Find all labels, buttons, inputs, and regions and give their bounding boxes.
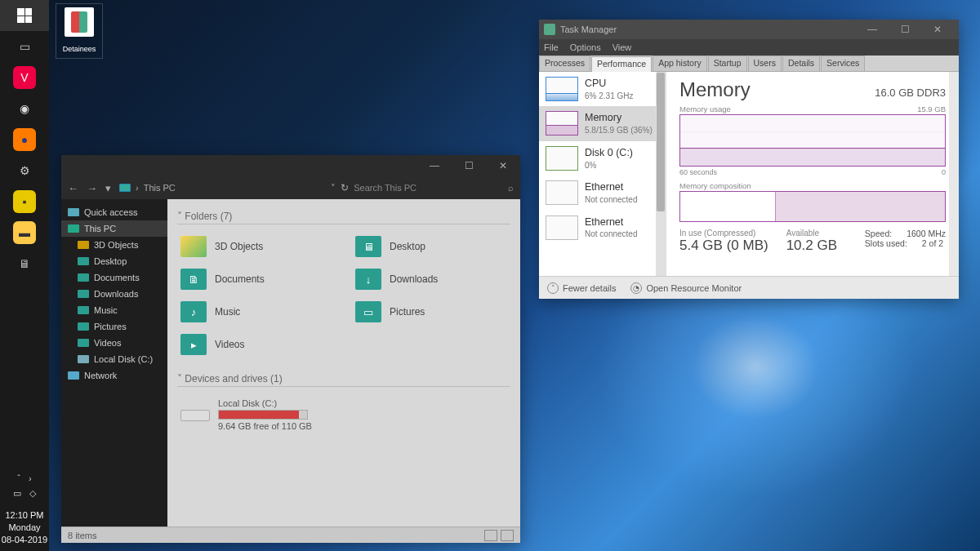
desktop-shortcut[interactable]: Detainees [56,3,103,59]
taskbar-sticky-button[interactable]: ▪ [0,186,49,217]
folder-desktop[interactable]: 🖥Desktop [352,233,510,260]
tab-performance[interactable]: Performance [591,56,652,72]
maximize-button[interactable]: ☐ [452,155,486,176]
minimize-button[interactable]: — [856,20,889,39]
resource-list: CPU6% 2.31 GHzMemory5.8/15.9 GB (36%)Dis… [539,72,666,276]
resource-mem-item[interactable]: Memory5.8/15.9 GB (36%) [539,106,666,140]
collapse-icon: ˄ [547,282,559,294]
eth-sparkline [546,180,578,205]
tab-details[interactable]: Details [782,56,820,71]
folder-icon [68,208,79,216]
sidebar-item-quick-access[interactable]: Quick access [61,204,167,220]
tray-expand-icon[interactable]: › [29,473,32,483]
folder-videos[interactable]: ▸Videos [177,331,336,358]
tab-services[interactable]: Services [821,56,865,71]
explorer-content: ˅ Folders (7) 3D Objects🖥Desktop🗎Documen… [167,199,520,527]
resource-disk-item[interactable]: Disk 0 (C:)0% [539,141,666,176]
fewer-details-button[interactable]: ˄Fewer details [547,282,616,294]
sidebar-item-documents[interactable]: Documents [61,269,167,286]
addr-down-icon[interactable]: ˅ [331,183,336,193]
sidebar-item-this-pc[interactable]: This PC [61,220,167,237]
folder-3d-objects[interactable]: 3D Objects [177,233,336,260]
sidebar-item-music[interactable]: Music [61,302,167,318]
view-icons-button[interactable] [501,530,514,541]
resource-eth-item[interactable]: EthernetNot connected [539,176,666,210]
dropdown-icon[interactable]: ▾ [105,182,111,194]
tab-users[interactable]: Users [748,56,782,71]
tab-processes[interactable]: Processes [539,56,590,71]
settings-icon: ⚙ [13,159,36,182]
taskbar-firefox-button[interactable]: ● [0,124,49,155]
memory-composition-chart [679,191,946,222]
maximize-button[interactable]: ☐ [889,20,921,39]
resource-eth-item[interactable]: EthernetNot connected [539,211,666,245]
tab-startup[interactable]: Startup [708,56,747,71]
sidebar-item-videos[interactable]: Videos [61,335,167,351]
explorer-icon: ▬ [13,221,36,244]
folder-icon [78,355,89,363]
status-bar: 8 items [61,527,520,543]
file-explorer-window: — ☐ ✕ ← → ▾ › This PC ˅ ↻ Search This PC… [61,155,520,543]
folders-header[interactable]: ˅ Folders (7) [177,211,510,224]
menu-file[interactable]: File [544,42,559,52]
disk-sparkline [546,146,578,171]
taskbar-thispc-button[interactable]: 🖥 [0,248,49,279]
sidebar-item-local-disk-c-[interactable]: Local Disk (C:) [61,351,167,367]
tab-app-history[interactable]: App history [653,56,707,71]
folder-icon [68,371,79,380]
taskmgr-titlebar[interactable]: Task Manager — ☐ ✕ [539,20,959,39]
taskbar-start-button[interactable] [0,0,49,31]
sidebar-item-3d-objects[interactable]: 3D Objects [61,237,167,253]
folder-icon [68,224,79,233]
close-button[interactable]: ✕ [921,20,954,39]
drives-header[interactable]: ˅ Devices and drives (1) [177,373,510,387]
resource-cpu-item[interactable]: CPU6% 2.31 GHz [539,72,666,106]
folder-pictures[interactable]: ▭Pictures [352,298,510,326]
view-details-button[interactable] [484,530,497,541]
search-icon[interactable]: ⌕ [508,183,514,193]
taskmgr-footer: ˄Fewer details ◔Open Resource Monitor [539,276,959,299]
sidebar-item-network[interactable]: Network [61,367,167,384]
folder-music[interactable]: ♪Music [177,298,336,326]
menu-view[interactable]: View [612,42,632,52]
folder-documents[interactable]: 🗎Documents [177,265,336,293]
drive-item[interactable]: Local Disk (C:) 9.64 GB free of 110 GB [177,395,510,434]
explorer-titlebar[interactable]: — ☐ ✕ [61,155,520,176]
memory-usage-chart [679,114,946,167]
sidebar-item-desktop[interactable]: Desktop [61,253,167,269]
memory-detail-pane: Memory 16.0 GB DDR3 Memory usage15.9 GB … [666,72,959,276]
minimize-button[interactable]: — [417,155,452,176]
tray-up-icon[interactable]: ˆ [17,473,20,483]
sidebar-item-downloads[interactable]: Downloads [61,286,167,302]
breadcrumb[interactable]: › This PC [119,183,176,193]
open-resource-monitor-button[interactable]: ◔Open Resource Monitor [630,282,742,294]
folder-downloads[interactable]: ↓Downloads [352,265,510,293]
back-button[interactable]: ← [68,182,78,194]
shortcut-icon [65,7,94,37]
taskbar-explorer-button[interactable]: ▬ [0,217,49,248]
folder-icon: ↓ [355,269,381,290]
refresh-icon[interactable]: ↻ [341,182,349,193]
folder-icon: 🗎 [180,269,207,290]
wifi-icon[interactable]: ◇ [29,488,36,499]
battery-icon[interactable]: ▭ [13,488,21,499]
forward-button[interactable]: → [87,182,97,194]
folder-icon [78,322,89,331]
taskbar-clock[interactable]: 12:10 PM Monday 08-04-2019 [0,504,49,551]
menu-options[interactable]: Options [570,42,601,52]
sidebar-item-pictures[interactable]: Pictures [61,318,167,335]
close-button[interactable]: ✕ [486,155,520,176]
taskbar-settings-button[interactable]: ⚙ [0,155,49,186]
search-input[interactable]: Search This PC [354,183,416,193]
scrollbar[interactable] [949,72,959,276]
system-tray: ˆ› ▭◇ [0,468,49,504]
thispc-icon: 🖥 [13,252,36,275]
taskbar-task-view-button[interactable]: ▭ [0,31,49,62]
breadcrumb-location[interactable]: This PC [144,183,176,193]
taskbar-chrome-button[interactable]: ◉ [0,93,49,124]
taskmgr-title: Task Manager [560,24,617,34]
scrollbar[interactable] [656,72,666,276]
taskbar-vivaldi-button[interactable]: V [0,62,49,93]
drive-label: Local Disk (C:) [218,398,507,408]
cpu-sparkline [546,77,578,101]
